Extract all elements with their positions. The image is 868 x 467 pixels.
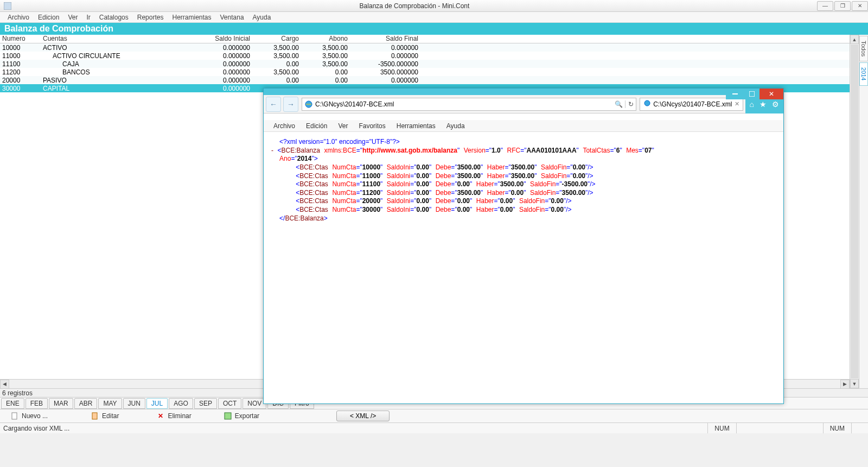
nuevo-button[interactable]: Nuevo ... — [5, 411, 53, 421]
ie-menu-edición[interactable]: Edición — [301, 121, 333, 131]
col-saldo-final[interactable]: Saldo Final — [350, 35, 420, 43]
menu-ir[interactable]: Ir — [82, 12, 94, 22]
col-numero[interactable]: Numero — [0, 35, 41, 43]
eliminar-button[interactable]: ✕ Eliminar — [151, 411, 196, 421]
table-row[interactable]: 11100CAJA0.0000000.003,500.00-3500.00000… — [0, 60, 850, 68]
svg-rect-6 — [749, 91, 755, 97]
col-saldo-inicial[interactable]: Saldo Inicial — [209, 35, 252, 43]
nuevo-label: Nuevo ... — [22, 412, 48, 420]
ie-favorites-icon[interactable]: ★ — [760, 100, 767, 109]
statusbar: Cargando visor XML ... NUM NUM — [0, 422, 868, 433]
grid-header-row: Numero Cuentas Saldo Inicial Cargo Abono… — [0, 35, 850, 43]
side-tab-Todos[interactable]: Todos — [859, 36, 868, 61]
table-row[interactable]: 20000PASIVO0.0000000.000.000.000000 — [0, 76, 850, 84]
scroll-thumb[interactable] — [851, 45, 858, 378]
page-title: Balanza de Comprobación — [0, 23, 868, 35]
ie-menubar: ArchivoEdiciónVerFavoritosHerramientasAy… — [264, 120, 783, 132]
month-tab-JUN[interactable]: JUN — [123, 398, 145, 409]
ie-logo-icon — [304, 100, 313, 109]
menu-reportes[interactable]: Reportes — [133, 12, 168, 22]
svg-rect-1 — [12, 413, 17, 419]
menu-ayuda[interactable]: Ayuda — [248, 12, 276, 22]
ie-menu-archivo[interactable]: Archivo — [268, 121, 301, 131]
ie-refresh-icon[interactable]: ↻ — [625, 100, 634, 108]
status-num: NUM — [707, 423, 736, 433]
ie-home-icon[interactable]: ⌂ — [750, 100, 754, 109]
ie-menu-ver[interactable]: Ver — [333, 121, 353, 131]
editar-label: Editar — [102, 412, 119, 420]
menu-ventana[interactable]: Ventana — [216, 12, 248, 22]
menu-edicion[interactable]: Edicion — [34, 12, 63, 22]
ie-address-bar[interactable]: 🔍 ↻ — [302, 98, 636, 111]
action-toolbar: Nuevo ... Editar ✕ Eliminar Exportar < X… — [0, 409, 868, 422]
col-cargo[interactable]: Cargo — [252, 35, 301, 43]
status-loading: Cargando visor XML ... — [3, 425, 69, 432]
ie-tab-label: C:\GNcys\201407-BCE.xml — [653, 100, 732, 108]
menu-ver[interactable]: Ver — [63, 12, 82, 22]
month-tab-OCT[interactable]: OCT — [218, 398, 241, 409]
month-tab-FEB[interactable]: FEB — [25, 398, 48, 409]
table-row[interactable]: 10000ACTIVO0.0000003,500.003,500.000.000… — [0, 43, 850, 52]
ie-tab[interactable]: C:\GNcys\201407-BCE.xml ✕ — [640, 98, 743, 111]
window-title: Balanza de Comprobación - Mini.Cont — [13, 2, 816, 10]
ie-maximize-button[interactable] — [744, 89, 760, 99]
svg-rect-3 — [225, 413, 231, 419]
month-tab-ABR[interactable]: ABR — [74, 398, 98, 409]
eliminar-label: Eliminar — [168, 412, 191, 420]
menu-catalogos[interactable]: Catalogos — [95, 12, 133, 22]
main-titlebar: Balanza de Comprobación - Mini.Cont — ❐ … — [0, 0, 868, 12]
ie-back-button[interactable]: ← — [266, 97, 281, 112]
table-row[interactable]: 11000ACTIVO CIRCULANTE0.0000003,500.003,… — [0, 52, 850, 60]
minimize-button[interactable]: — — [817, 1, 833, 11]
close-button[interactable]: ✕ — [852, 1, 868, 11]
svg-rect-0 — [4, 2, 11, 10]
ie-url-input[interactable] — [315, 100, 612, 108]
month-tab-MAR[interactable]: MAR — [49, 398, 73, 409]
scroll-up-icon[interactable]: ▲ — [850, 35, 859, 44]
ie-tab-icon — [643, 99, 651, 109]
col-abono[interactable]: Abono — [301, 35, 350, 43]
ie-minimize-button[interactable] — [726, 89, 744, 99]
exportar-button[interactable]: Exportar — [219, 411, 265, 421]
edit-icon — [91, 412, 99, 420]
exportar-label: Exportar — [235, 412, 259, 420]
month-tab-JUL[interactable]: JUL — [146, 398, 168, 409]
year-side-tabs: Todos2014 — [859, 35, 868, 388]
export-icon — [224, 412, 232, 420]
menu-herramientas[interactable]: Herramientas — [168, 12, 215, 22]
ie-search-icon[interactable]: 🔍 — [614, 100, 623, 108]
ie-menu-favoritos[interactable]: Favoritos — [353, 121, 391, 131]
ie-navbar: ← → 🔍 ↻ C:\GNcys\201407-BCE.xml ✕ ⌂ ★ ⚙ — [264, 95, 783, 113]
side-tab-2014[interactable]: 2014 — [859, 62, 868, 85]
new-icon — [11, 412, 18, 420]
scroll-left-icon[interactable]: ◀ — [0, 380, 9, 389]
editar-button[interactable]: Editar — [86, 411, 124, 421]
ie-menu-ayuda[interactable]: Ayuda — [441, 121, 470, 131]
maximize-button[interactable]: ❐ — [834, 1, 851, 11]
svg-rect-2 — [92, 413, 97, 419]
scroll-right-icon[interactable]: ▶ — [840, 380, 850, 389]
svg-point-5 — [644, 100, 650, 106]
month-tab-ENE[interactable]: ENE — [1, 398, 24, 409]
delete-icon: ✕ — [157, 412, 164, 420]
month-tab-MAY[interactable]: MAY — [98, 398, 122, 409]
col-cuentas[interactable]: Cuentas — [41, 35, 209, 43]
table-row[interactable]: 11200BANCOS0.0000003,500.000.003500.0000… — [0, 68, 850, 76]
vertical-scrollbar[interactable]: ▲ ▼ — [850, 35, 859, 388]
ie-forward-button[interactable]: → — [283, 97, 298, 112]
ie-window: ← → 🔍 ↻ C:\GNcys\201407-BCE.xml ✕ ⌂ ★ ⚙ … — [263, 88, 784, 404]
ie-menu-herramientas[interactable]: Herramientas — [391, 121, 441, 131]
ie-tools-icon[interactable]: ⚙ — [772, 100, 779, 109]
scroll-down-icon[interactable]: ▼ — [850, 379, 859, 388]
xml-button[interactable]: < XML /> — [336, 411, 390, 421]
month-tab-SEP[interactable]: SEP — [194, 398, 217, 409]
status-num2: NUM — [823, 423, 851, 433]
main-menubar: ArchivoEdicionVerIrCatalogosReportesHerr… — [0, 12, 868, 23]
ie-tab-close-icon[interactable]: ✕ — [735, 100, 739, 108]
ie-close-button[interactable]: ✕ — [760, 89, 783, 99]
app-icon — [2, 2, 13, 10]
menu-archivo[interactable]: Archivo — [3, 12, 34, 22]
month-tab-AGO[interactable]: AGO — [169, 398, 193, 409]
ie-document-body: <?xml version="1.0" encoding="UTF-8"?> -… — [264, 132, 783, 403]
